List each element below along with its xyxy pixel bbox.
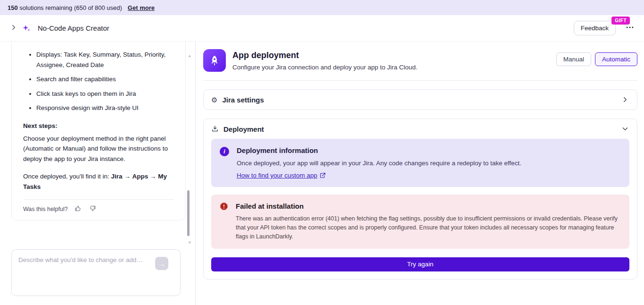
- error-content: Failed at installation There was an auth…: [236, 202, 621, 241]
- deployment-body: i Deployment information Once deployed, …: [204, 139, 637, 279]
- usage-text: 150 solutions remaining (650 of 800 used…: [8, 4, 122, 11]
- deployment-header[interactable]: Deployment: [204, 119, 637, 139]
- list-item: Displays: Task Key, Summary, Status, Pri…: [36, 50, 174, 70]
- scrollbar-thumb[interactable]: [187, 190, 190, 236]
- info-content: Deployment information Once deployed, yo…: [237, 146, 521, 179]
- section-subtitle: Configure your Jira connection and deplo…: [232, 64, 417, 71]
- page-title: No-Code Apps Creator: [38, 24, 109, 32]
- error-banner: Failed at installation There was an auth…: [211, 195, 629, 248]
- helpful-row: Was this helpful?: [23, 204, 174, 214]
- chevron-down-icon: [621, 125, 629, 133]
- deploy-mode-toggle: Manual Automatic: [556, 52, 637, 66]
- jira-settings-header[interactable]: ⚙ Jira settings: [204, 90, 637, 110]
- arrow-glyph: →: [122, 173, 132, 180]
- custom-app-help-link[interactable]: How to find your custom app: [237, 172, 326, 179]
- arrow-glyph: →: [148, 173, 158, 180]
- sparkle-icon: [20, 22, 33, 35]
- chat-input[interactable]: [12, 250, 180, 296]
- thumbs-up-button[interactable]: [74, 204, 83, 214]
- deployed-location-text: Once deployed, you'll find it in: Jira →…: [23, 171, 174, 192]
- solutions-count: 150: [8, 4, 18, 11]
- chat-panel: Displays: Task Key, Summary, Status, Pri…: [0, 42, 196, 305]
- next-steps-text: Choose your deployment method in the rig…: [23, 134, 174, 164]
- section-title: App deployment: [232, 51, 417, 60]
- gear-icon: ⚙: [211, 96, 217, 103]
- try-again-button[interactable]: Try again: [211, 257, 629, 271]
- rocket-icon: [203, 49, 226, 72]
- assistant-message: Displays: Task Key, Summary, Status, Pri…: [11, 42, 186, 220]
- info-title: Deployment information: [237, 146, 521, 154]
- scroll-up-arrow[interactable]: ▴: [188, 53, 191, 58]
- thumbs-down-button[interactable]: [88, 204, 97, 214]
- error-title: Failed at installation: [236, 202, 621, 210]
- app-header: No-Code Apps Creator Feedback GIFT: [0, 15, 644, 42]
- thumbs-down-icon: [89, 205, 96, 213]
- helpful-label: Was this helpful?: [23, 204, 68, 214]
- feature-list: Displays: Task Key, Summary, Status, Pri…: [23, 50, 174, 113]
- jira-settings-card: ⚙ Jira settings: [203, 89, 637, 110]
- info-text: Once deployed, your app will appear in y…: [237, 159, 521, 168]
- deploy-header: App deployment Configure your Jira conne…: [203, 45, 637, 81]
- deployment-panel: App deployment Configure your Jira conne…: [196, 42, 644, 305]
- thumbs-up-icon: [74, 205, 82, 213]
- chevron-right-icon: [9, 23, 18, 33]
- gift-badge: GIFT: [611, 17, 630, 25]
- send-icon: →: [158, 260, 165, 268]
- list-item: Click task keys to open them in Jira: [36, 89, 174, 99]
- deploy-title-block: App deployment Configure your Jira conne…: [232, 51, 417, 71]
- list-item: Search and filter capabilities: [36, 74, 174, 85]
- path-apps: Apps: [132, 173, 148, 180]
- content-area: Displays: Task Key, Summary, Status, Pri…: [0, 42, 644, 305]
- info-icon: i: [220, 147, 229, 156]
- get-more-link[interactable]: Get more: [128, 4, 155, 11]
- chat-composer: →: [11, 249, 181, 296]
- manual-mode-button[interactable]: Manual: [556, 52, 591, 66]
- external-link-icon: [320, 172, 326, 178]
- send-button[interactable]: →: [155, 257, 168, 270]
- divider: [23, 199, 174, 200]
- error-text: There was an authentication error (401) …: [236, 214, 621, 241]
- deployment-card: Deployment i Deployment information Once…: [203, 119, 637, 280]
- feedback-button[interactable]: Feedback: [574, 21, 616, 35]
- info-banner: i Deployment information Once deployed, …: [211, 139, 629, 187]
- install-icon: [211, 125, 219, 133]
- usage-topbar: 150 solutions remaining (650 of 800 used…: [0, 0, 644, 15]
- scroll-down-arrow[interactable]: ▾: [188, 240, 191, 245]
- chat-message-viewport: Displays: Task Key, Summary, Status, Pri…: [0, 42, 195, 249]
- collapse-panel-button[interactable]: [8, 21, 20, 35]
- list-item: Responsive design with Jira-style UI: [36, 103, 174, 113]
- jira-settings-label: Jira settings: [222, 96, 264, 104]
- deployment-label: Deployment: [223, 125, 264, 133]
- next-steps-heading: Next steps:: [23, 121, 174, 131]
- automatic-mode-button[interactable]: Automatic: [595, 52, 637, 66]
- path-jira: Jira: [111, 173, 122, 180]
- error-icon: [220, 202, 228, 241]
- chevron-right-icon: [621, 95, 629, 104]
